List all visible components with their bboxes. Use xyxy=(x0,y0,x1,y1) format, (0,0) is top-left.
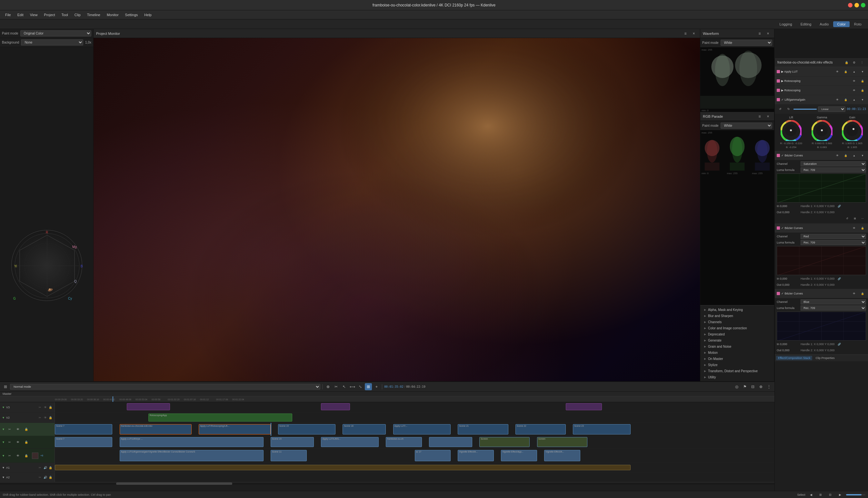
category-generate[interactable]: ▶ Generate xyxy=(700,337,774,343)
menu-timeline[interactable]: Timeline xyxy=(84,12,103,18)
tab-editing[interactable]: Editing xyxy=(797,21,815,27)
clip-v1-scene15[interactable]: Scene 15 xyxy=(278,424,336,434)
clip-v1b-main[interactable]: Apply LUT/Lift/tr/pe ... xyxy=(120,437,264,447)
apply-lut-header[interactable]: ▶ Apply LUT 👁 🔒 ▲ ▼ xyxy=(775,67,868,76)
clip-v1c-vign2[interactable]: Vignette Effect/A... xyxy=(458,450,494,461)
v1-scissors-btn[interactable]: ✂ xyxy=(6,426,13,433)
a1-scissors[interactable]: ✂ xyxy=(38,466,42,470)
category-motion[interactable]: ▶ Motion xyxy=(700,350,774,356)
v1b-expand[interactable]: ▼ xyxy=(2,441,5,444)
v1b-scissors[interactable]: ✂ xyxy=(6,438,13,446)
bezier1-down[interactable]: ▼ xyxy=(859,152,866,159)
bezier1-up[interactable]: ▲ xyxy=(851,152,858,159)
bezier1-lock[interactable]: 🔒 xyxy=(842,152,849,159)
tl-settings2[interactable]: ⚑ xyxy=(741,383,748,390)
bezier1-curve[interactable] xyxy=(777,173,866,202)
tl-razor-btn[interactable]: ✂ xyxy=(332,383,340,390)
clip-v3-3[interactable] xyxy=(566,403,602,410)
category-alpha[interactable]: ▶ Alpha, Mask and Keying xyxy=(700,307,774,313)
a1-lock[interactable]: 🔒 xyxy=(48,466,53,470)
v3-scissors[interactable]: ✂ xyxy=(38,405,42,410)
lgg-down[interactable]: ▼ xyxy=(859,96,866,103)
clip-v3-2[interactable] xyxy=(321,403,350,410)
v1b-eye[interactable]: 👁 xyxy=(14,438,22,446)
maximize-button[interactable] xyxy=(861,3,865,8)
clip-v1b-apply2[interactable]: Apply LUT/Lift/S... xyxy=(321,437,378,447)
menu-help[interactable]: Help xyxy=(142,12,154,18)
v1-collapse[interactable]: ▼ xyxy=(2,428,5,431)
tl-settings1[interactable]: ◎ xyxy=(733,383,740,390)
clip-v1c-scene17[interactable]: sc 17 xyxy=(415,450,451,461)
status-next-btn[interactable]: ▶ xyxy=(837,491,843,498)
clip-v1b-scene19[interactable] xyxy=(429,437,472,447)
category-utility[interactable]: ▶ Utility xyxy=(700,374,774,380)
rgb-paint-select[interactable]: White xyxy=(721,122,772,129)
bezier2-channel-select[interactable]: Red xyxy=(801,234,866,239)
bezier3-handle1-link[interactable]: 🔗 xyxy=(836,341,843,348)
bezier2-toggle[interactable]: 👁 xyxy=(851,224,858,232)
clip-v1b-screen2[interactable]: Screen xyxy=(537,437,587,447)
gain-wheel-display[interactable] xyxy=(842,120,863,141)
bezier1-header[interactable]: ✓ Bézier Curves 👁 🔒 ▲ ▼ xyxy=(775,151,868,160)
tl-zoom-out[interactable]: ⊟ xyxy=(749,383,757,390)
lift-wheel-display[interactable]: .conic1 { background: conic-gradient(red… xyxy=(780,120,802,141)
rgb-close-btn[interactable]: × xyxy=(764,113,772,120)
timeline-scrollbar-thumb[interactable] xyxy=(116,483,232,485)
waveform-menu-btn[interactable]: ≡ xyxy=(756,30,763,37)
tl-settings3[interactable]: ⋮ xyxy=(765,383,773,390)
clip-v1-scene23[interactable]: Scene 23 xyxy=(573,424,630,434)
lgg-header[interactable]: ✓ Lift/gamma/gain 👁 🔒 ▲ ▼ xyxy=(775,95,868,104)
v2-scissors[interactable]: ✂ xyxy=(38,416,42,420)
bezier2-handle1-link[interactable]: 🔗 xyxy=(836,275,843,282)
bezier2-lock[interactable]: 🔒 xyxy=(859,224,866,232)
tl-snap-btn[interactable]: ⊕ xyxy=(325,383,332,390)
status-prev-btn[interactable]: ◀ xyxy=(807,491,814,498)
clip-v1b-scene7b[interactable]: Scene 7 xyxy=(55,437,112,447)
tab-logging[interactable]: Logging xyxy=(776,21,796,27)
v1-lock-btn[interactable]: 🔒 xyxy=(23,426,30,433)
bezier3-toggle[interactable]: 👁 xyxy=(851,290,858,297)
category-stylize[interactable]: ▶ Stylize xyxy=(700,362,774,368)
bezier1-toggle[interactable]: 👁 xyxy=(834,152,841,159)
roto2-lock[interactable]: 🔒 xyxy=(859,87,866,94)
close-button[interactable] xyxy=(848,3,853,8)
menu-settings[interactable]: Settings xyxy=(122,12,141,18)
background-select[interactable]: None xyxy=(21,39,83,45)
clip-v2-roto[interactable]: Rotoscoping/App xyxy=(148,414,292,422)
lgg-interpolation[interactable]: Linear xyxy=(818,106,846,112)
v1-eye-btn[interactable]: 👁 xyxy=(14,426,22,433)
v1c-lock[interactable]: 🔒 xyxy=(23,452,30,459)
v1b-lock[interactable]: 🔒 xyxy=(23,438,30,446)
clip-v1-scene21[interactable]: Scene 21 xyxy=(458,424,508,434)
bezier1-grid[interactable]: ⊞ xyxy=(851,215,858,222)
tab-clip-properties[interactable]: Clip Properties xyxy=(814,356,837,360)
v2-lock[interactable]: 🔒 xyxy=(48,416,53,420)
tl-slip-btn[interactable]: ⟷ xyxy=(349,383,356,390)
bezier3-curve[interactable] xyxy=(777,312,866,341)
bezier1-more[interactable]: ⋯ xyxy=(859,215,866,222)
v1c-scissors[interactable]: ✂ xyxy=(6,452,13,459)
minimize-button[interactable] xyxy=(854,3,859,8)
apply-lut-toggle[interactable]: 👁 xyxy=(834,68,841,75)
clip-v1-main-selected2[interactable]: Apply LUT/Rotoscoping/Lift... xyxy=(199,424,271,434)
timeline-ruler[interactable]: 00:00:29:00 00:00:33:20 00:00:38:16 00:0… xyxy=(0,396,774,402)
effects-settings-btn[interactable]: ⚙ xyxy=(851,59,858,66)
rotoscoping-1-header[interactable]: ▶ Rotoscoping 👁 🔒 xyxy=(775,76,868,86)
menu-view[interactable]: View xyxy=(27,12,40,18)
a2-scissors[interactable]: ✂ xyxy=(38,475,42,480)
bezier2-curve[interactable] xyxy=(777,246,866,275)
lgg-up[interactable]: ▲ xyxy=(851,96,858,103)
category-onmaster[interactable]: ▶ On Master xyxy=(700,356,774,362)
v1c-expand[interactable]: ▼ xyxy=(2,454,5,457)
apply-lut-up[interactable]: ▲ xyxy=(851,68,858,75)
bezier1-luma-select[interactable]: Rec. 709 xyxy=(801,167,866,173)
menu-clip[interactable]: Clip xyxy=(72,12,83,18)
lgg-progress[interactable] xyxy=(793,109,817,110)
apply-lut-down[interactable]: ▼ xyxy=(859,68,866,75)
clip-v1-scene16[interactable]: Scene 16 xyxy=(343,424,386,434)
track-v3-expand[interactable]: ▼ xyxy=(2,406,5,409)
clip-v1-main-selected[interactable]: framboise-ou-chocolat-edit.mkv xyxy=(120,424,192,434)
clip-v1c-vign3[interactable]: Vignette Effect/App... xyxy=(501,450,537,461)
timeline-mode-select[interactable]: Normal mode xyxy=(10,384,320,390)
category-transform[interactable]: ▶ Transform, Distort and Perspective xyxy=(700,368,774,374)
